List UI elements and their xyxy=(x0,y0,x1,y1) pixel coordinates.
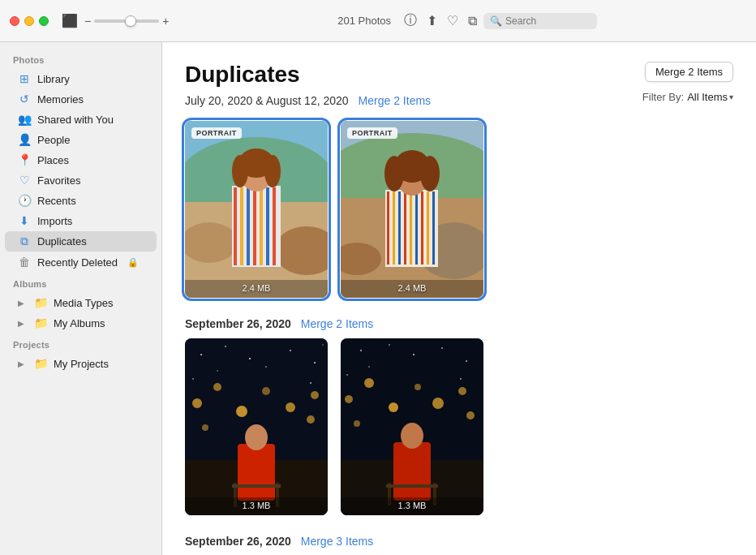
slider-track[interactable] xyxy=(94,19,159,23)
slideshow-icon[interactable]: ⬛ xyxy=(62,13,78,28)
photo-image-1 xyxy=(185,121,328,298)
zoom-slider[interactable]: − + xyxy=(84,15,169,28)
photo-group-1: PORTRAIT 2.4 MB xyxy=(185,121,733,298)
slider-thumb[interactable] xyxy=(125,15,136,27)
filter-value[interactable]: All Items xyxy=(687,91,728,103)
svg-rect-62 xyxy=(232,484,281,488)
svg-point-79 xyxy=(354,420,360,427)
sidebar-item-memories[interactable]: ↺ Memories xyxy=(5,89,157,109)
photo-card-4[interactable]: 1.3 MB xyxy=(341,338,483,515)
svg-rect-28 xyxy=(410,191,412,265)
photo-size-3: 1.3 MB xyxy=(185,501,328,510)
svg-point-69 xyxy=(466,360,467,362)
shared-icon: 👥 xyxy=(18,113,31,126)
main-layout: Photos ⊞ Library ↺ Memories 👥 Shared wit… xyxy=(0,42,756,555)
title-bar-center: 201 Photos ⓘ ⬆ ♡ ⧉ 🔍 xyxy=(175,12,746,29)
svg-point-51 xyxy=(236,406,247,417)
svg-rect-30 xyxy=(421,191,423,265)
sidebar-item-duplicates[interactable]: ⧉ Duplicates xyxy=(5,231,157,252)
sidebar-section-photos: Photos xyxy=(0,49,161,68)
folder-projects-icon: 📁 xyxy=(34,357,47,370)
svg-point-77 xyxy=(432,398,444,409)
svg-point-36 xyxy=(420,156,440,191)
first-date-row: July 20, 2020 & August 12, 2020 Merge 2 … xyxy=(185,94,431,107)
svg-point-56 xyxy=(307,415,315,424)
svg-point-75 xyxy=(389,402,398,412)
photo-card-1[interactable]: PORTRAIT 2.4 MB xyxy=(185,121,328,298)
duplicates-icon: ⧉ xyxy=(18,234,31,248)
svg-point-59 xyxy=(245,424,268,450)
svg-point-39 xyxy=(200,354,202,355)
filter-label: Filter By: xyxy=(642,91,684,103)
sidebar-label-people: People xyxy=(37,134,70,146)
sidebar-item-library[interactable]: ⊞ Library xyxy=(5,69,157,88)
sidebar-label-library: Library xyxy=(37,73,70,85)
svg-point-83 xyxy=(401,423,423,449)
zoom-out-icon[interactable]: − xyxy=(84,15,91,28)
svg-rect-58 xyxy=(238,444,275,501)
svg-point-49 xyxy=(192,398,202,408)
sidebar-item-recently-deleted[interactable]: 🗑 Recently Deleted 🔒 xyxy=(5,252,157,272)
sidebar-item-shared[interactable]: 👥 Shared with You xyxy=(5,110,157,129)
sidebar-label-my-projects: My Projects xyxy=(54,358,109,370)
zoom-in-icon[interactable]: + xyxy=(162,15,169,28)
svg-point-71 xyxy=(460,378,462,380)
svg-point-41 xyxy=(249,358,251,359)
svg-point-15 xyxy=(232,155,248,187)
places-icon: 📍 xyxy=(18,153,31,166)
sidebar-item-my-albums[interactable]: ▶ 📁 My Albums xyxy=(5,313,157,333)
traffic-lights xyxy=(10,16,49,26)
svg-point-65 xyxy=(360,350,362,351)
people-icon: 👤 xyxy=(18,133,31,146)
sidebar-item-media-types[interactable]: ▶ 📁 Media Types xyxy=(5,293,157,312)
sidebar-item-my-projects[interactable]: ▶ 📁 My Projects xyxy=(5,354,157,373)
sidebar-label-recently-deleted: Recently Deleted xyxy=(37,256,118,269)
svg-rect-7 xyxy=(240,187,243,265)
merge-link-first[interactable]: Merge 2 Items xyxy=(359,94,431,107)
search-bar[interactable]: 🔍 xyxy=(483,13,597,29)
close-button[interactable] xyxy=(10,16,19,26)
share-icon[interactable]: ⬆ xyxy=(427,13,437,28)
svg-point-54 xyxy=(311,391,319,399)
second-date-row: September 26, 2020 Merge 2 Items xyxy=(185,317,733,330)
sidebar-item-places[interactable]: 📍 Places xyxy=(5,150,157,170)
photo-size-1: 2.4 MB xyxy=(185,283,328,293)
merge-link-second[interactable]: Merge 2 Items xyxy=(301,317,373,330)
svg-point-45 xyxy=(310,382,311,384)
merge-button-main[interactable]: Merge 2 Items xyxy=(645,62,733,82)
svg-point-70 xyxy=(346,374,348,376)
sidebar-item-recents[interactable]: 🕐 Recents xyxy=(5,191,157,210)
photo-grid-2: 1.3 MB xyxy=(185,338,733,515)
sidebar-item-people[interactable]: 👤 People xyxy=(5,130,157,149)
expand-arrow-my-albums: ▶ xyxy=(18,319,24,328)
photo-card-3[interactable]: 1.3 MB xyxy=(185,338,328,515)
photo-badge-1: PORTRAIT xyxy=(191,127,242,139)
svg-point-73 xyxy=(345,395,353,403)
info-icon[interactable]: ⓘ xyxy=(404,12,417,29)
svg-rect-8 xyxy=(247,187,250,265)
svg-point-53 xyxy=(286,402,295,412)
maximize-button[interactable] xyxy=(39,16,49,26)
photo-size-4: 1.3 MB xyxy=(341,501,483,510)
sidebar-item-favorites[interactable]: ♡ Favorites xyxy=(5,170,157,190)
photo-card-2[interactable]: PORTRAIT 2.4 MB xyxy=(341,121,483,298)
rotate-icon[interactable]: ⧉ xyxy=(468,14,477,28)
minimize-button[interactable] xyxy=(24,16,34,26)
svg-point-78 xyxy=(458,387,466,395)
svg-point-50 xyxy=(213,383,221,391)
svg-point-74 xyxy=(364,378,374,388)
grid-icon: ⊞ xyxy=(18,72,31,85)
sidebar-item-imports[interactable]: ⬇ Imports xyxy=(5,211,157,230)
sidebar-label-imports: Imports xyxy=(37,215,72,227)
svg-rect-6 xyxy=(234,187,237,265)
heart-toolbar-icon[interactable]: ♡ xyxy=(447,13,458,28)
svg-point-72 xyxy=(368,366,370,368)
photo-image-3 xyxy=(185,338,328,515)
recents-icon: 🕐 xyxy=(18,194,31,207)
svg-rect-25 xyxy=(393,191,395,265)
svg-rect-86 xyxy=(386,484,438,488)
svg-point-44 xyxy=(192,378,194,380)
photo-badge-2: PORTRAIT xyxy=(347,127,397,139)
merge-link-third[interactable]: Merge 3 Items xyxy=(301,535,373,548)
search-input[interactable] xyxy=(505,15,591,27)
